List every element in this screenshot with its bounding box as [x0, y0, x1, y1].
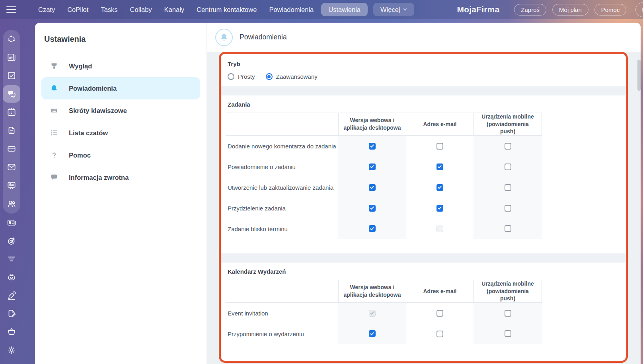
header-empty-cell [226, 113, 338, 135]
checkbox-przydzielenie-zadania-mobile[interactable] [505, 205, 511, 212]
radio-option-zaawansowany[interactable]: Zaawansowany [266, 73, 318, 80]
column-header-adres-e-mail: Adres e-mail [406, 113, 473, 135]
sidebar-item-informacja-zwrotna[interactable]: Informacja zwrotna [41, 166, 200, 189]
cell-mobile [473, 323, 542, 344]
cell-web [338, 198, 406, 218]
checkbox-dodanie-nowego-komentarza-do-zadania-email[interactable] [436, 143, 443, 150]
nav-item-tasks[interactable]: Tasks [101, 6, 117, 14]
sidebar-item-lista-czat-w[interactable]: Lista czatów [41, 122, 200, 144]
nav-item-collaby[interactable]: Collaby [130, 6, 152, 14]
nav-item-copilot[interactable]: CoPilot [67, 6, 88, 14]
ai-bot-icon[interactable] [3, 268, 20, 286]
nav-item-powiadomienia[interactable]: Powiadomienia [269, 6, 314, 14]
nav-chip-more-label: Więcej [380, 6, 400, 14]
section-gap [221, 253, 626, 263]
checkbox-utworzenie-lub-zaktualizowanie-zadania-mobile[interactable] [505, 184, 511, 191]
cell-email [406, 323, 473, 344]
checkbox-utworzenie-lub-zaktualizowanie-zadania-web[interactable] [369, 184, 376, 191]
page-title: Powiadomienia [240, 33, 287, 41]
cell-web [338, 177, 406, 198]
keyboard-icon [50, 106, 58, 115]
scrollbar-thumb[interactable] [637, 60, 641, 91]
settings-gear-icon[interactable] [3, 341, 20, 359]
market-cart-icon[interactable] [3, 323, 20, 341]
row-label: Utworzenie lub zaktualizowanie zadania [226, 177, 338, 198]
copilot-icon[interactable] [3, 30, 20, 48]
menu-icon[interactable] [6, 4, 16, 15]
table-row: Przypomnienie o wydarzeniu [226, 323, 542, 344]
nav-item-kana-y[interactable]: Kanały [164, 6, 184, 14]
drive-icon[interactable] [3, 140, 20, 158]
checkbox-powiadomienie-o-zadaniu-mobile[interactable] [505, 164, 511, 170]
nav-chip-settings-label: Ustawienia [328, 6, 360, 14]
checkbox-przypomnienie-o-wydarzeniu-web[interactable] [369, 330, 376, 337]
news-feed-icon[interactable] [3, 48, 20, 66]
whiteboard-icon[interactable] [3, 176, 20, 195]
sidebar-item-wygl-d[interactable]: Wygląd [41, 55, 200, 77]
sidebar-item-skr-ty-klawiszowe[interactable]: Skróty klawiszowe [41, 99, 200, 122]
pill-zapro[interactable]: Zaproś [514, 4, 546, 16]
checkbox-event-invitation-mobile[interactable] [505, 310, 511, 317]
checkbox-zadanie-blisko-terminu-web[interactable] [369, 225, 376, 232]
nav-item-centrum-kontaktowe[interactable]: Centrum kontaktowe [197, 6, 257, 14]
cell-web [338, 323, 406, 344]
checkbox-powiadomienie-o-zadaniu-web[interactable] [369, 164, 376, 170]
table-row: Event invitation [226, 303, 542, 323]
crm-target-icon[interactable] [3, 232, 20, 250]
messenger-icon[interactable] [3, 85, 20, 103]
checkbox-utworzenie-lub-zaktualizowanie-zadania-email[interactable] [436, 184, 443, 191]
sales-funnel-icon[interactable] [3, 250, 20, 268]
brush-icon [50, 62, 58, 70]
checkbox-przydzielenie-zadania-email[interactable] [436, 205, 443, 212]
table-row: Dodanie nowego komentarza do zadania [226, 136, 542, 156]
section-title: Zadania [221, 101, 626, 113]
checkbox-dodanie-nowego-komentarza-do-zadania-web[interactable] [369, 143, 376, 150]
radio-zaawansowany[interactable] [266, 73, 273, 80]
time-widget[interactable]: 14:46 [635, 2, 643, 17]
pill-pomoc[interactable]: Pomoc [594, 4, 627, 16]
e-signature-icon[interactable] [3, 286, 20, 305]
pill-m-j-plan[interactable]: Mój plan [552, 4, 588, 16]
nav-chip-settings[interactable]: Ustawienia [321, 3, 368, 16]
feedback-icon [50, 173, 58, 182]
row-label: Zadanie blisko terminu [226, 218, 338, 239]
documents-icon[interactable] [3, 121, 20, 140]
checkbox-przypomnienie-o-wydarzeniu-mobile[interactable] [505, 330, 511, 337]
nav-chip-more[interactable]: Więcej [373, 3, 414, 16]
nav-item-czaty[interactable]: Czaty [38, 6, 55, 14]
sidebar-item-label: Lista czatów [69, 129, 108, 137]
settings-menu: WyglądPowiadomieniaSkróty klawiszoweList… [35, 55, 207, 189]
tutorial-highlight-box: Tryb ProstyZaawansowany ZadaniaWersja we… [219, 52, 628, 363]
mail-icon[interactable] [3, 158, 20, 176]
checkbox-zadanie-blisko-terminu-mobile[interactable] [505, 225, 511, 232]
sidebar-item-powiadomienia[interactable]: Powiadomienia [41, 77, 200, 99]
table-row: Zadanie blisko terminu [226, 218, 542, 239]
table-row: Powiadomienie o zadaniu [226, 156, 542, 177]
row-label: Dodanie nowego komentarza do zadania [226, 136, 338, 156]
sidebar-item-pomoc[interactable]: Pomoc [41, 144, 200, 166]
checkbox-powiadomienie-o-zadaniu-email[interactable] [436, 164, 443, 170]
tasks-check-icon[interactable] [3, 66, 20, 85]
checkbox-przydzielenie-zadania-web[interactable] [369, 205, 376, 212]
calendar-icon[interactable] [3, 103, 20, 121]
radio-prosty[interactable] [228, 73, 234, 80]
settings-title: Ustawienia [35, 23, 207, 44]
section-zadania: ZadaniaWersja webowa i aplikacja desktop… [221, 95, 626, 239]
cell-mobile [473, 218, 542, 239]
company-name[interactable]: MojaFirma [457, 5, 500, 14]
checkbox-event-invitation-web [369, 310, 376, 317]
cell-web [338, 136, 406, 156]
cell-email [406, 303, 473, 323]
cell-mobile [473, 156, 542, 177]
checkbox-przypomnienie-o-wydarzeniu-email[interactable] [436, 331, 443, 337]
people-icon[interactable] [3, 195, 20, 213]
top-bar: CzatyCoPilotTasksCollabyKanałyCentrum ko… [0, 0, 643, 19]
rail-lower-group [3, 214, 20, 359]
contact-card-icon[interactable] [3, 214, 20, 232]
checkbox-event-invitation-email[interactable] [436, 310, 443, 317]
radio-option-prosty[interactable]: Prosty [228, 73, 255, 80]
column-header-urz-dzenia-mobilne-powiadomienia-push: Urządzenia mobilne (powiadomienia push) [473, 113, 542, 135]
clock-icon [641, 6, 643, 13]
checkbox-dodanie-nowego-komentarza-do-zadania-mobile[interactable] [505, 143, 511, 150]
document-edit-icon[interactable] [3, 304, 20, 323]
